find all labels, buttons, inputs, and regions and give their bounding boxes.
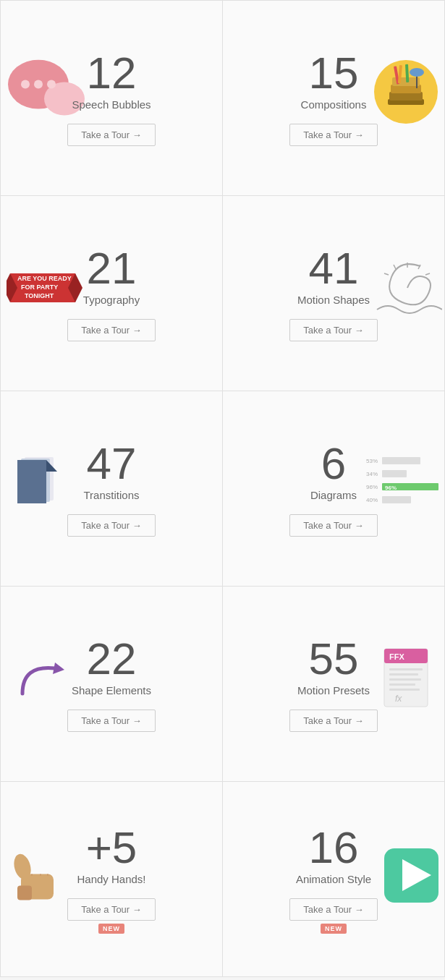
cell-number: 6 <box>321 441 346 486</box>
svg-point-3 <box>34 80 43 88</box>
cell-number: 22 <box>87 636 137 681</box>
take-tour-button[interactable]: Take a Tour → <box>289 319 378 341</box>
svg-marker-30 <box>46 460 57 472</box>
svg-rect-8 <box>391 85 421 93</box>
svg-marker-29 <box>17 460 46 503</box>
svg-rect-26 <box>25 457 54 500</box>
cell-label: Typography <box>83 294 140 306</box>
cell-motion-presets: FFX fx 55 Motion Presets Take a Tour → <box>223 587 445 782</box>
svg-line-22 <box>418 265 420 269</box>
cell-number: 47 <box>87 441 137 486</box>
svg-rect-34 <box>382 470 407 477</box>
cell-number: 21 <box>87 246 137 291</box>
cell-label: Handy Hands! <box>77 873 145 885</box>
shape-elements-icon <box>8 654 73 704</box>
svg-rect-14 <box>405 64 409 82</box>
cell-diagrams: 53% 34% 96% 96% 40% 6 Diagrams Take a To… <box>223 391 445 587</box>
take-tour-button[interactable]: Take a Tour → <box>289 710 378 732</box>
cell-label: Shape Elements <box>72 684 151 696</box>
compositions-icon <box>373 59 438 124</box>
take-tour-button[interactable]: Take a Tour → <box>289 124 378 146</box>
svg-rect-6 <box>388 99 424 105</box>
svg-rect-36 <box>382 483 438 490</box>
animation-style-icon <box>381 845 438 903</box>
svg-marker-40 <box>53 662 64 674</box>
svg-rect-28 <box>17 460 46 503</box>
svg-rect-44 <box>389 668 423 670</box>
svg-rect-48 <box>389 689 420 691</box>
cell-compositions: 15 Compositions Take a Tour → <box>223 1 445 196</box>
svg-point-0 <box>8 59 69 108</box>
motion-shapes-icon <box>373 259 438 317</box>
svg-line-24 <box>394 265 396 269</box>
svg-rect-50 <box>21 874 54 899</box>
svg-text:FFX: FFX <box>389 652 404 661</box>
svg-marker-57 <box>402 859 431 891</box>
svg-rect-13 <box>398 65 402 83</box>
cell-label: Motion Shapes <box>297 294 370 306</box>
cell-label: Compositions <box>301 98 367 111</box>
cell-motion-shapes: 41 Motion Shapes Take a Tour → <box>223 196 445 391</box>
svg-point-5 <box>374 60 438 124</box>
take-tour-button[interactable]: Take a Tour → <box>67 514 156 537</box>
take-tour-button[interactable]: Take a Tour → <box>289 898 378 921</box>
svg-text:TONIGHT: TONIGHT <box>25 292 54 299</box>
svg-text:FOR PARTY: FOR PARTY <box>21 284 58 291</box>
cell-handy-hands: +5 Handy Hands! Take a Tour → NEW <box>1 782 223 977</box>
cell-number: 55 <box>309 636 359 681</box>
new-badge: NEW <box>98 924 124 934</box>
cell-label: Transtitions <box>84 489 140 501</box>
cell-number: 15 <box>309 51 359 95</box>
svg-rect-12 <box>394 66 399 84</box>
cell-transitions: 47 Transtitions Take a Tour → <box>1 391 223 587</box>
take-tour-button[interactable]: Take a Tour → <box>67 124 156 146</box>
svg-rect-46 <box>389 678 421 681</box>
svg-text:ARE YOU READY: ARE YOU READY <box>17 275 72 282</box>
svg-point-2 <box>21 80 30 88</box>
cell-number: 41 <box>309 246 359 291</box>
svg-rect-7 <box>389 92 423 101</box>
svg-rect-55 <box>17 885 32 900</box>
main-grid: 12 Speech Bubbles Take a Tour → <box>0 0 445 977</box>
svg-rect-39 <box>382 496 411 503</box>
cell-label: Speech Bubbles <box>72 98 151 111</box>
cell-speech-bubbles: 12 Speech Bubbles Take a Tour → <box>1 1 223 196</box>
transitions-icon <box>7 450 72 515</box>
take-tour-button[interactable]: Take a Tour → <box>289 514 378 537</box>
cell-number: 12 <box>87 51 137 95</box>
cell-animation-style: 16 Animation Style Take a Tour → NEW <box>223 782 445 977</box>
cell-number: +5 <box>86 825 137 870</box>
new-badge: NEW <box>321 924 347 934</box>
cell-number: 16 <box>309 825 359 870</box>
svg-rect-42 <box>384 649 428 663</box>
svg-rect-41 <box>384 649 428 707</box>
svg-point-11 <box>410 68 424 77</box>
svg-rect-32 <box>382 457 420 464</box>
svg-rect-56 <box>384 848 438 903</box>
cell-typography: ARE YOU READY FOR PARTY TONIGHT 21 Typog… <box>1 196 223 391</box>
cell-label: Diagrams <box>310 489 357 501</box>
cell-shape-elements: 22 Shape Elements Take a Tour → <box>1 587 223 782</box>
take-tour-button[interactable]: Take a Tour → <box>67 710 156 732</box>
svg-line-23 <box>425 273 430 275</box>
cell-label: Animation Style <box>296 873 371 885</box>
cell-label: Motion Presets <box>297 684 370 696</box>
svg-point-51 <box>12 852 34 881</box>
svg-rect-45 <box>389 673 418 676</box>
svg-rect-27 <box>21 459 50 502</box>
svg-marker-16 <box>7 273 17 302</box>
svg-line-25 <box>384 273 389 275</box>
svg-point-4 <box>47 80 56 88</box>
handy-hands-icon <box>7 843 72 908</box>
svg-text:96%: 96% <box>385 485 397 491</box>
take-tour-button[interactable]: Take a Tour → <box>67 319 156 341</box>
svg-text:fx: fx <box>395 694 402 704</box>
motion-presets-icon: FFX fx <box>373 645 438 710</box>
take-tour-button[interactable]: Take a Tour → <box>67 898 156 921</box>
svg-rect-9 <box>392 77 420 86</box>
svg-rect-47 <box>389 683 415 686</box>
